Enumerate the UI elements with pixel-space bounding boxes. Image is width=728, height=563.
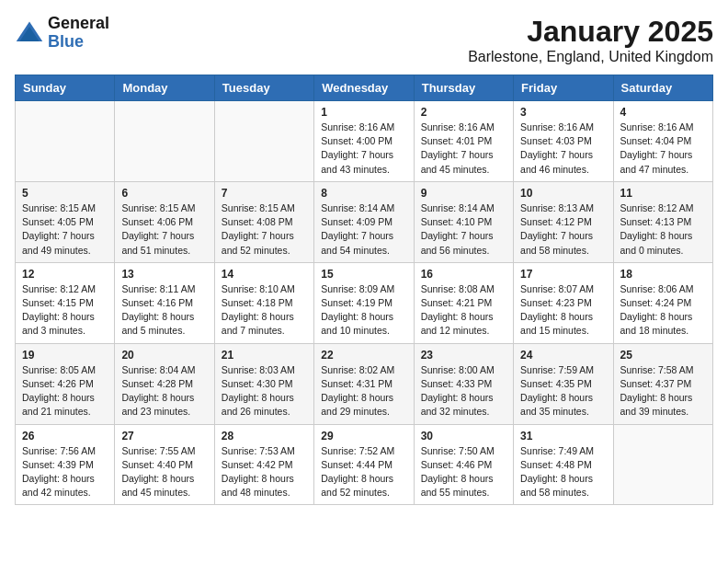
day-number: 22 (321, 349, 406, 362)
calendar-cell: 27Sunrise: 7:55 AM Sunset: 4:40 PM Dayli… (115, 424, 214, 505)
calendar-week-row: 1Sunrise: 8:16 AM Sunset: 4:00 PM Daylig… (16, 101, 713, 182)
calendar-cell: 3Sunrise: 8:16 AM Sunset: 4:03 PM Daylig… (514, 101, 613, 182)
day-info: Sunrise: 8:06 AM Sunset: 4:24 PM Dayligh… (620, 282, 706, 339)
calendar-cell (115, 101, 214, 182)
day-info: Sunrise: 8:12 AM Sunset: 4:13 PM Dayligh… (620, 201, 706, 258)
logo-icon (15, 18, 44, 48)
day-info: Sunrise: 7:56 AM Sunset: 4:39 PM Dayligh… (22, 444, 108, 500)
day-header-tuesday: Tuesday (214, 75, 313, 101)
calendar-cell: 28Sunrise: 7:53 AM Sunset: 4:42 PM Dayli… (214, 424, 313, 505)
day-info: Sunrise: 8:07 AM Sunset: 4:23 PM Dayligh… (520, 282, 606, 339)
day-header-wednesday: Wednesday (314, 75, 414, 101)
day-number: 13 (121, 268, 207, 281)
day-info: Sunrise: 8:14 AM Sunset: 4:09 PM Dayligh… (321, 201, 406, 258)
logo-blue-text: Blue (48, 33, 109, 52)
calendar-cell (613, 424, 712, 505)
calendar-cell: 17Sunrise: 8:07 AM Sunset: 4:23 PM Dayli… (514, 262, 613, 343)
day-number: 4 (620, 106, 706, 119)
day-info: Sunrise: 8:05 AM Sunset: 4:26 PM Dayligh… (22, 363, 108, 419)
day-number: 25 (620, 349, 706, 362)
day-number: 12 (22, 268, 108, 281)
day-number: 29 (321, 430, 406, 442)
calendar-week-row: 19Sunrise: 8:05 AM Sunset: 4:26 PM Dayli… (16, 343, 713, 424)
day-info: Sunrise: 8:12 AM Sunset: 4:15 PM Dayligh… (22, 282, 108, 339)
day-number: 1 (321, 106, 406, 119)
calendar-cell: 19Sunrise: 8:05 AM Sunset: 4:26 PM Dayli… (16, 343, 115, 424)
day-header-friday: Friday (514, 75, 613, 101)
day-info: Sunrise: 8:02 AM Sunset: 4:31 PM Dayligh… (321, 363, 406, 419)
day-info: Sunrise: 8:16 AM Sunset: 4:04 PM Dayligh… (620, 121, 706, 177)
day-number: 14 (222, 268, 307, 281)
calendar-cell: 31Sunrise: 7:49 AM Sunset: 4:48 PM Dayli… (514, 424, 613, 505)
calendar-cell: 11Sunrise: 8:12 AM Sunset: 4:13 PM Dayli… (613, 181, 712, 262)
day-header-monday: Monday (115, 75, 214, 101)
calendar-cell: 16Sunrise: 8:08 AM Sunset: 4:21 PM Dayli… (414, 262, 513, 343)
day-number: 5 (22, 187, 108, 200)
day-number: 24 (520, 349, 606, 362)
calendar-cell: 5Sunrise: 8:15 AM Sunset: 4:05 PM Daylig… (16, 181, 115, 262)
day-info: Sunrise: 8:15 AM Sunset: 4:05 PM Dayligh… (22, 201, 108, 258)
logo-general-text: General (48, 15, 109, 33)
logo: General Blue (15, 15, 109, 52)
day-number: 31 (520, 430, 606, 442)
calendar-cell: 14Sunrise: 8:10 AM Sunset: 4:18 PM Dayli… (214, 262, 313, 343)
day-number: 7 (222, 187, 307, 200)
day-number: 11 (620, 187, 706, 200)
day-number: 18 (620, 268, 706, 281)
day-number: 19 (22, 349, 108, 362)
month-title: January 2025 (468, 15, 713, 49)
day-info: Sunrise: 7:50 AM Sunset: 4:46 PM Dayligh… (421, 444, 506, 500)
day-info: Sunrise: 7:58 AM Sunset: 4:37 PM Dayligh… (620, 363, 706, 419)
calendar-cell: 24Sunrise: 7:59 AM Sunset: 4:35 PM Dayli… (514, 343, 613, 424)
day-info: Sunrise: 8:16 AM Sunset: 4:01 PM Dayligh… (421, 121, 506, 177)
day-number: 2 (421, 106, 506, 119)
calendar-cell: 21Sunrise: 8:03 AM Sunset: 4:30 PM Dayli… (214, 343, 313, 424)
calendar-cell: 22Sunrise: 8:02 AM Sunset: 4:31 PM Dayli… (314, 343, 414, 424)
day-info: Sunrise: 8:04 AM Sunset: 4:28 PM Dayligh… (121, 363, 207, 419)
day-info: Sunrise: 8:14 AM Sunset: 4:10 PM Dayligh… (421, 201, 506, 258)
day-header-saturday: Saturday (613, 75, 712, 101)
calendar-cell: 9Sunrise: 8:14 AM Sunset: 4:10 PM Daylig… (414, 181, 513, 262)
calendar-cell (16, 101, 115, 182)
day-header-thursday: Thursday (414, 75, 513, 101)
day-number: 20 (121, 349, 207, 362)
day-info: Sunrise: 7:52 AM Sunset: 4:44 PM Dayligh… (321, 444, 406, 500)
calendar-cell: 10Sunrise: 8:13 AM Sunset: 4:12 PM Dayli… (514, 181, 613, 262)
calendar-cell: 25Sunrise: 7:58 AM Sunset: 4:37 PM Dayli… (613, 343, 712, 424)
calendar-week-row: 12Sunrise: 8:12 AM Sunset: 4:15 PM Dayli… (16, 262, 713, 343)
calendar-cell: 15Sunrise: 8:09 AM Sunset: 4:19 PM Dayli… (314, 262, 414, 343)
day-number: 23 (421, 349, 506, 362)
calendar-cell: 8Sunrise: 8:14 AM Sunset: 4:09 PM Daylig… (314, 181, 414, 262)
day-info: Sunrise: 8:16 AM Sunset: 4:00 PM Dayligh… (321, 121, 406, 177)
day-info: Sunrise: 8:13 AM Sunset: 4:12 PM Dayligh… (520, 201, 606, 258)
day-number: 9 (421, 187, 506, 200)
title-section: January 2025 Barlestone, England, United… (468, 15, 713, 65)
day-number: 30 (421, 430, 506, 442)
day-info: Sunrise: 7:53 AM Sunset: 4:42 PM Dayligh… (222, 444, 307, 500)
day-number: 16 (421, 268, 506, 281)
calendar-cell: 6Sunrise: 8:15 AM Sunset: 4:06 PM Daylig… (115, 181, 214, 262)
day-info: Sunrise: 7:49 AM Sunset: 4:48 PM Dayligh… (520, 444, 606, 500)
day-info: Sunrise: 7:55 AM Sunset: 4:40 PM Dayligh… (121, 444, 207, 500)
day-info: Sunrise: 8:00 AM Sunset: 4:33 PM Dayligh… (421, 363, 506, 419)
calendar-week-row: 26Sunrise: 7:56 AM Sunset: 4:39 PM Dayli… (16, 424, 713, 505)
calendar-cell: 1Sunrise: 8:16 AM Sunset: 4:00 PM Daylig… (314, 101, 414, 182)
page-header: General Blue January 2025 Barlestone, En… (15, 15, 713, 65)
calendar-cell: 26Sunrise: 7:56 AM Sunset: 4:39 PM Dayli… (16, 424, 115, 505)
day-number: 26 (22, 430, 108, 442)
calendar-cell: 12Sunrise: 8:12 AM Sunset: 4:15 PM Dayli… (16, 262, 115, 343)
calendar-cell: 18Sunrise: 8:06 AM Sunset: 4:24 PM Dayli… (613, 262, 712, 343)
day-info: Sunrise: 8:15 AM Sunset: 4:08 PM Dayligh… (222, 201, 307, 258)
calendar-week-row: 5Sunrise: 8:15 AM Sunset: 4:05 PM Daylig… (16, 181, 713, 262)
calendar-cell: 7Sunrise: 8:15 AM Sunset: 4:08 PM Daylig… (214, 181, 313, 262)
day-number: 6 (121, 187, 207, 200)
calendar-header-row: SundayMondayTuesdayWednesdayThursdayFrid… (16, 75, 713, 101)
calendar-cell: 23Sunrise: 8:00 AM Sunset: 4:33 PM Dayli… (414, 343, 513, 424)
day-number: 10 (520, 187, 606, 200)
day-header-sunday: Sunday (16, 75, 115, 101)
calendar-cell (214, 101, 313, 182)
calendar-cell: 13Sunrise: 8:11 AM Sunset: 4:16 PM Dayli… (115, 262, 214, 343)
day-number: 15 (321, 268, 406, 281)
calendar-cell: 2Sunrise: 8:16 AM Sunset: 4:01 PM Daylig… (414, 101, 513, 182)
calendar-table: SundayMondayTuesdayWednesdayThursdayFrid… (15, 75, 713, 505)
